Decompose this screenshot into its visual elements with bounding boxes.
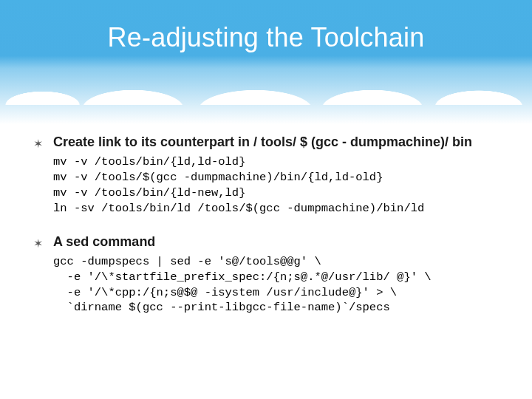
bullet-head-text: Create link to its counterpart in / tool… <box>53 134 472 150</box>
bullet-head-text: A sed command <box>53 234 155 250</box>
bullet-head: ✶ Create link to its counterpart in / to… <box>33 134 511 150</box>
code-block: mv -v /tools/bin/{ld,ld-old} mv -v /tool… <box>53 154 511 216</box>
title-banner: Re-adjusting the Toolchain <box>0 0 532 124</box>
bullet-head: ✶ A sed command <box>33 234 511 250</box>
bullet-star-icon: ✶ <box>33 138 43 150</box>
slide-body: ✶ Create link to its counterpart in / to… <box>33 134 511 333</box>
code-block: gcc -dumpspecs | sed -e 's@/tools@@g' \ … <box>53 254 511 316</box>
bullet-star-icon: ✶ <box>33 238 43 250</box>
slide: Re-adjusting the Toolchain ✶ Create link… <box>0 0 532 399</box>
bullet-item: ✶ A sed command gcc -dumpspecs | sed -e … <box>33 234 511 316</box>
bullet-item: ✶ Create link to its counterpart in / to… <box>33 134 511 216</box>
slide-title: Re-adjusting the Toolchain <box>0 22 532 53</box>
